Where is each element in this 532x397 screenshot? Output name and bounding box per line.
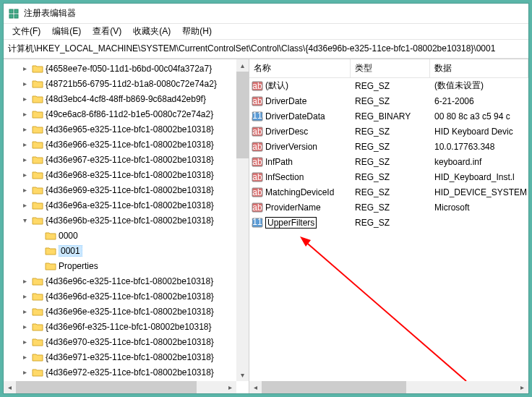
value-type: REG_SZ <box>351 157 430 167</box>
tree-item[interactable]: ▸{48d3ebc4-4cf8-48ff-b869-9c68ad42eb9f} <box>4 91 249 106</box>
tree-item[interactable]: ▸{49ce6ac8-6f86-11d2-b1e5-0080c72e74a2} <box>4 106 249 121</box>
value-name: DriverDesc <box>265 127 308 137</box>
registry-value-row[interactable]: abProviderNameREG_SZMicrosoft <box>249 200 528 215</box>
menu-edit[interactable]: 编辑(E) <box>46 24 87 39</box>
tree-item[interactable]: ▸{4d36e971-e325-11ce-bfc1-08002be10318} <box>4 349 249 364</box>
tree-label: {48d3ebc4-4cf8-48ff-b869-9c68ad42eb9f} <box>46 94 206 104</box>
registry-value-row[interactable]: abMatchingDeviceIdREG_SZHID_DEVICE_SYSTE… <box>249 184 528 200</box>
tree-item[interactable]: ▸{4d36e96a-e325-11ce-bfc1-08002be10318} <box>4 197 249 213</box>
tree-item[interactable]: 0001 <box>4 243 249 258</box>
address-bar[interactable]: 计算机\HKEY_LOCAL_MACHINE\SYSTEM\CurrentCon… <box>4 40 528 59</box>
value-name-edit[interactable]: UpperFilters <box>265 217 317 229</box>
svg-line-24 <box>304 240 466 381</box>
value-data: HID Keyboard Devic <box>430 127 528 137</box>
list-scrollbar-horizontal[interactable]: ◂ ▸ <box>249 381 528 393</box>
svg-text:ab: ab <box>252 187 262 197</box>
tree-item[interactable]: ▸{48721b56-6795-11d2-b1a8-0080c72e74a2} <box>4 76 249 91</box>
value-type: REG_SZ <box>351 142 430 152</box>
scroll-thumb[interactable] <box>16 381 197 393</box>
tree-item[interactable]: ▸{4d36e969-e325-11ce-bfc1-08002be10318} <box>4 182 249 197</box>
svg-text:0110: 0110 <box>252 217 263 227</box>
value-type: REG_BINARY <box>351 111 430 121</box>
expander-icon[interactable]: ▸ <box>20 291 30 302</box>
tree-label: {4d36e969-e325-11ce-bfc1-08002be10318} <box>46 185 214 195</box>
scroll-down-arrow[interactable]: ▾ <box>236 369 249 381</box>
tree-item[interactable]: ▸{4d36e968-e325-11ce-bfc1-08002be10318} <box>4 167 249 182</box>
registry-value-row[interactable]: abDriverDateREG_SZ6-21-2006 <box>249 93 528 108</box>
expander-icon[interactable]: ▸ <box>20 79 30 89</box>
tree-item[interactable]: ▸{4d36e972-e325-11ce-bfc1-08002be10318} <box>4 364 249 380</box>
tree-pane[interactable]: ▸{4658ee7e-f050-11d1-b6bd-00c04fa372a7}▸… <box>4 59 249 393</box>
svg-text:ab: ab <box>252 127 262 137</box>
menu-help[interactable]: 帮助(H) <box>176 24 218 39</box>
binary-value-icon: 0110 <box>252 217 263 229</box>
tree-label: {4d36e96f-e325-11ce-bfc1-08002be10318} <box>46 322 212 332</box>
expander-icon[interactable]: ▸ <box>20 322 30 332</box>
tree-item[interactable]: ▸{4d36e96c-e325-11ce-bfc1-08002be10318} <box>4 273 249 289</box>
scroll-thumb[interactable] <box>236 72 249 158</box>
menu-favorites[interactable]: 收藏夹(A) <box>127 24 176 39</box>
tree-label: {4d36e96d-e325-11ce-bfc1-08002be10318} <box>46 291 214 302</box>
registry-value-row[interactable]: abDriverDescREG_SZHID Keyboard Devic <box>249 124 528 139</box>
expander-icon[interactable]: ▸ <box>20 64 30 74</box>
string-value-icon: ab <box>252 187 263 198</box>
tree-scrollbar-vertical[interactable]: ▴ ▾ <box>236 59 249 381</box>
tree-item[interactable]: ▸{4d36e970-e325-11ce-bfc1-08002be10318} <box>4 334 249 349</box>
tree-item[interactable]: ▾{4d36e96b-e325-11ce-bfc1-08002be10318} <box>4 213 249 228</box>
column-name[interactable]: 名称 <box>249 59 351 77</box>
tree-label: 0001 <box>59 245 82 257</box>
menu-view[interactable]: 查看(V) <box>87 24 127 39</box>
expander-icon[interactable]: ▸ <box>20 276 30 286</box>
expander-icon[interactable]: ▸ <box>20 140 30 150</box>
column-data[interactable]: 数据 <box>430 59 528 77</box>
svg-text:0110: 0110 <box>252 111 263 121</box>
expander-icon[interactable]: ▸ <box>20 94 30 104</box>
value-name: InfPath <box>265 157 293 167</box>
scroll-up-arrow[interactable]: ▴ <box>236 59 249 72</box>
scroll-left-arrow[interactable]: ◂ <box>249 381 262 393</box>
tree-item[interactable]: ▸{4658ee7e-f050-11d1-b6bd-00c04fa372a7} <box>4 61 249 76</box>
folder-icon <box>32 322 43 332</box>
list-pane[interactable]: 名称 类型 数据 ab(默认)REG_SZ(数值未设置)abDriverDate… <box>249 59 528 393</box>
app-icon <box>8 8 20 20</box>
tree-item[interactable]: ▸{4d36e96e-e325-11ce-bfc1-08002be10318} <box>4 304 249 319</box>
tree-item[interactable]: ▸{4d36e96d-e325-11ce-bfc1-08002be10318} <box>4 289 249 304</box>
registry-value-row[interactable]: 0110DriverDateDataREG_BINARY00 80 8c a3 … <box>249 108 528 124</box>
menu-file[interactable]: 文件(F) <box>7 24 46 39</box>
column-type[interactable]: 类型 <box>351 59 430 77</box>
scroll-right-arrow[interactable]: ▸ <box>224 381 236 393</box>
expander-icon[interactable]: ▾ <box>20 215 30 226</box>
svg-rect-2 <box>9 14 13 18</box>
titlebar[interactable]: 注册表编辑器 <box>4 4 528 24</box>
expander-icon[interactable]: ▸ <box>20 155 30 165</box>
tree-label: {4d36e966-e325-11ce-bfc1-08002be10318} <box>46 140 214 150</box>
expander-icon[interactable]: ▸ <box>20 170 30 180</box>
registry-value-row[interactable]: abDriverVersionREG_SZ10.0.17763.348 <box>249 139 528 154</box>
expander-icon[interactable]: ▸ <box>20 124 30 135</box>
registry-value-row[interactable]: ab(默认)REG_SZ(数值未设置) <box>249 78 528 93</box>
expander-icon[interactable]: ▸ <box>20 200 30 210</box>
expander-icon[interactable]: ▸ <box>20 109 30 119</box>
tree-scrollbar-horizontal[interactable]: ◂ ▸ <box>4 381 236 393</box>
tree-item[interactable]: ▸{4d36e965-e325-11ce-bfc1-08002be10318} <box>4 121 249 137</box>
tree-item[interactable]: Properties <box>4 258 249 273</box>
registry-value-row[interactable]: 0110UpperFiltersREG_SZ <box>249 215 528 230</box>
expander-icon[interactable]: ▸ <box>20 307 30 317</box>
expander-icon[interactable]: ▸ <box>20 367 30 377</box>
registry-value-row[interactable]: abInfSectionREG_SZHID_Keyboard_Inst.l <box>249 169 528 184</box>
registry-value-row[interactable]: abInfPathREG_SZkeyboard.inf <box>249 154 528 169</box>
tree-label: {4d36e96a-e325-11ce-bfc1-08002be10318} <box>46 200 214 210</box>
tree-item[interactable]: 0000 <box>4 228 249 243</box>
expander-icon[interactable]: ▸ <box>20 352 30 362</box>
scroll-thumb[interactable] <box>262 381 406 393</box>
scroll-right-arrow[interactable]: ▸ <box>516 381 528 393</box>
folder-icon <box>32 64 43 74</box>
tree-item[interactable]: ▸{4d36e96f-e325-11ce-bfc1-08002be10318} <box>4 319 249 334</box>
tree-item[interactable]: ▸{4d36e966-e325-11ce-bfc1-08002be10318} <box>4 137 249 152</box>
expander-icon[interactable]: ▸ <box>20 337 30 347</box>
scroll-left-arrow[interactable]: ◂ <box>4 381 16 393</box>
expander-icon[interactable]: ▸ <box>20 185 30 195</box>
string-value-icon: ab <box>252 95 263 107</box>
tree-item[interactable]: ▸{4d36e967-e325-11ce-bfc1-08002be10318} <box>4 152 249 167</box>
value-data: 6-21-2006 <box>430 96 528 106</box>
